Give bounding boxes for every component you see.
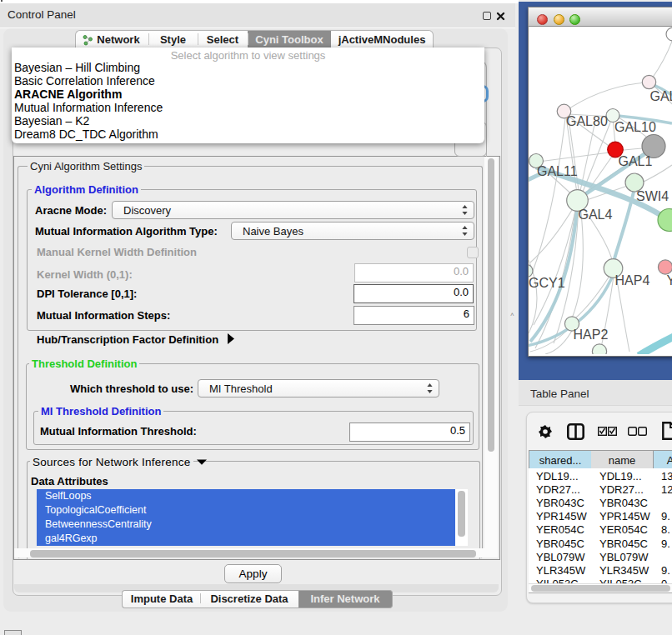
svg-text:HAP4: HAP4 <box>615 273 650 288</box>
svg-text:GAL1: GAL1 <box>619 154 653 168</box>
svg-text:GCY1: GCY1 <box>529 276 565 290</box>
svg-text:GAL11: GAL11 <box>537 164 578 178</box>
svg-text:GAL4: GAL4 <box>579 208 613 222</box>
svg-text:GAL80: GAL80 <box>566 114 608 128</box>
svg-text:GAL7: GAL7 <box>650 89 672 103</box>
svg-text:GAL10: GAL10 <box>614 120 656 134</box>
svg-text:Y: Y <box>667 273 672 288</box>
svg-text:HAP2: HAP2 <box>574 328 609 342</box>
svg-text:SWI4: SWI4 <box>636 189 669 203</box>
